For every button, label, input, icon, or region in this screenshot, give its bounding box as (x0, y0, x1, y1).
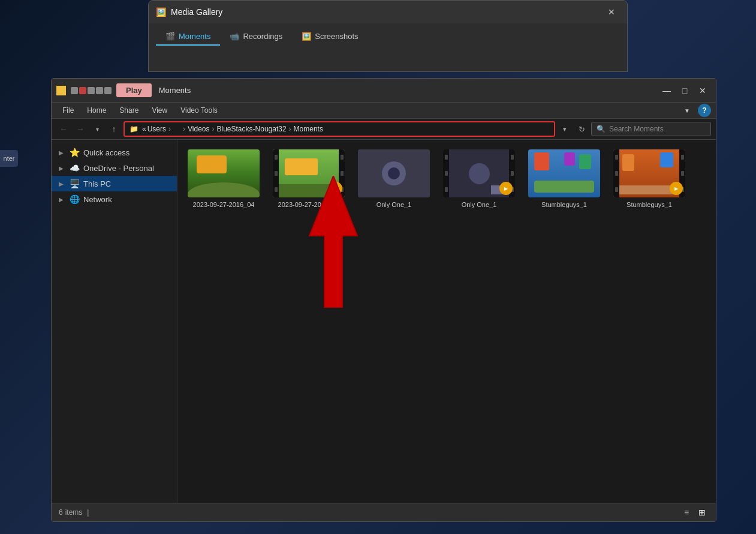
menu-expand-btn[interactable]: ▼ (679, 104, 695, 117)
film-hole-8 (445, 171, 448, 176)
sidebar-item-onedrive[interactable]: ▶ ☁️ OneDrive - Personal (52, 160, 177, 176)
file-item-4[interactable]: ▶ Only One_1 (440, 147, 518, 211)
file-item-2[interactable]: ▶ 2023-09-27-2016_04 (270, 147, 348, 211)
film-hole-4 (341, 155, 344, 160)
thumbnail-4: ▶ (443, 149, 515, 197)
menu-file[interactable]: File (56, 104, 80, 116)
quick-access-icon: ⭐ (70, 148, 80, 157)
status-bar: 6 items | ≡ ⊞ (52, 503, 716, 521)
path-users: Users (147, 125, 166, 133)
sidebar-item-network[interactable]: ▶ 🌐 Network (52, 191, 177, 207)
quick-access-label: Quick access (83, 148, 129, 157)
close-button[interactable]: ✕ (694, 84, 711, 97)
game-car (197, 155, 227, 173)
file-grid: 2023-09-27-2016_04 (177, 140, 716, 503)
this-pc-arrow: ▶ (59, 181, 66, 187)
mg-tab-screenshots-icon: 🖼️ (302, 32, 311, 41)
title-bar-icon-2 (79, 87, 86, 94)
network-label: Network (83, 195, 112, 204)
film-hole-16 (681, 155, 684, 160)
game-hill (188, 182, 260, 197)
player-badge-2: ▶ (329, 182, 342, 195)
thumbnail-2: ▶ (273, 149, 345, 197)
film-hole-15 (615, 187, 618, 192)
thumb-inner-3 (358, 149, 430, 197)
search-placeholder: Search Moments (609, 125, 664, 133)
sidebar-item-this-pc[interactable]: ▶ 🖥️ This PC (52, 176, 177, 191)
thumb-bg-3 (358, 149, 430, 197)
file-item-1[interactable]: 2023-09-27-2016_04 (185, 147, 263, 211)
media-gallery-icon: 🖼️ (156, 7, 166, 17)
menu-view[interactable]: View (146, 104, 173, 116)
play-button[interactable]: Play (116, 83, 152, 97)
title-bar-icon-3 (88, 87, 95, 94)
file-name-3: Only One_1 (377, 201, 412, 208)
path-bluestacks: BlueStacks-Nougat32 (217, 125, 287, 133)
menu-bar-right: ▼ ? (679, 104, 711, 117)
file-item-3[interactable]: Only One_1 (355, 147, 433, 211)
file-item-5[interactable]: Stumbleguys_1 (525, 147, 603, 211)
film-hole-11 (511, 171, 514, 176)
mg-tab-recordings[interactable]: 📹 Recordings (220, 28, 292, 46)
sidebar: ▶ ⭐ Quick access ▶ ☁️ OneDrive - Persona… (52, 140, 177, 503)
game-circle-inner (388, 167, 400, 179)
up-button[interactable]: ↑ (107, 122, 121, 136)
film-hole-3 (275, 187, 278, 192)
thumbnail-3 (358, 149, 430, 197)
refresh-button[interactable]: ↻ (574, 122, 589, 136)
back-button[interactable]: ← (56, 122, 71, 136)
file-name-6: Stumbleguys_1 (627, 201, 672, 208)
address-dropdown-btn[interactable]: ▾ (558, 122, 572, 136)
file-name-1: 2023-09-27-2016_04 (193, 201, 255, 208)
address-path[interactable]: 📁 « Users › › Videos › BlueStacks-Nougat… (124, 121, 555, 137)
minimize-button[interactable]: — (658, 84, 675, 97)
title-bar-icons (71, 87, 112, 94)
thumb-inner-4: ▶ (443, 149, 515, 197)
grid-view-button[interactable]: ⊞ (695, 506, 709, 519)
menu-video-tools[interactable]: Video Tools (174, 104, 224, 116)
media-gallery-close-button[interactable]: ✕ (603, 5, 620, 19)
thumbnail-6: ▶ (613, 149, 685, 197)
film-hole-17 (681, 171, 684, 176)
content-area: ▶ ⭐ Quick access ▶ ☁️ OneDrive - Persona… (52, 140, 716, 503)
help-button[interactable]: ? (698, 104, 711, 117)
status-separator: | (87, 508, 89, 517)
thumb-bg-5 (528, 149, 600, 197)
mg-tab-screenshots[interactable]: 🖼️ Screenshots (292, 28, 368, 46)
list-view-button[interactable]: ≡ (680, 506, 693, 519)
mg-tab-moments-label: Moments (179, 32, 210, 41)
mg-tab-moments[interactable]: 🎬 Moments (156, 28, 220, 46)
search-box[interactable]: 🔍 Search Moments (591, 122, 711, 136)
quick-access-arrow: ▶ (59, 149, 66, 156)
file-item-6[interactable]: ▶ Stumbleguys_1 (610, 147, 688, 211)
item-count: 6 (59, 508, 63, 517)
player-badge-6: ▶ (670, 182, 683, 195)
path-videos: Videos (188, 125, 209, 133)
forward-button[interactable]: → (73, 122, 88, 136)
path-part-1: « (142, 125, 146, 133)
game-obj (469, 163, 490, 184)
file-name-2: 2023-09-27-2016_04 (278, 201, 340, 208)
film-hole-7 (445, 155, 448, 160)
onedrive-icon: ☁️ (70, 163, 80, 173)
thumbnail-1 (188, 149, 260, 197)
media-gallery-titlebar: 🖼️ Media Gallery ✕ (149, 1, 627, 23)
this-pc-icon: 🖥️ (70, 179, 80, 188)
file-name-4: Only One_1 (462, 201, 497, 208)
title-bar-left (56, 86, 112, 95)
path-sep-3: › (212, 125, 215, 133)
path-sep-1: › (168, 125, 171, 133)
sidebar-item-quick-access[interactable]: ▶ ⭐ Quick access (52, 145, 177, 160)
sg2-char1 (622, 154, 634, 171)
film-hole-9 (445, 187, 448, 192)
menu-share[interactable]: Share (113, 104, 144, 116)
thumb-inner-1 (188, 149, 260, 197)
menu-home[interactable]: Home (81, 104, 112, 116)
film-hole-2 (275, 171, 278, 176)
dropdown-recent-button[interactable]: ▾ (90, 122, 104, 136)
film-strip-left-2 (273, 149, 279, 197)
path-moments: Moments (294, 125, 323, 133)
left-edge-text: nter (4, 155, 15, 162)
maximize-button[interactable]: □ (676, 84, 693, 97)
folder-icon (56, 86, 66, 95)
